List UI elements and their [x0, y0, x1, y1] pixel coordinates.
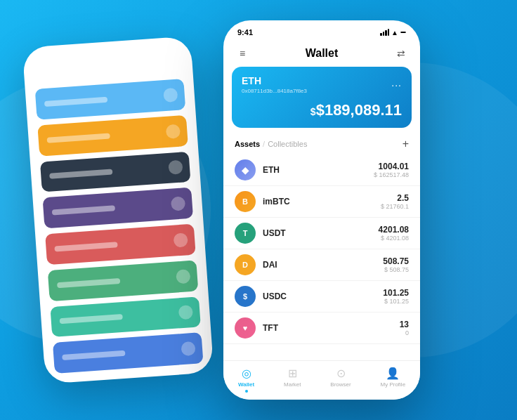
assets-separator: / — [263, 140, 265, 148]
nav-profile[interactable]: 👤 My Profile — [381, 367, 406, 388]
card-label — [62, 350, 125, 360]
asset-amounts: 508.75 $ 508.75 — [383, 256, 409, 273]
usdc-icon: $ — [235, 286, 256, 307]
asset-primary-amount: 4201.08 — [379, 225, 409, 235]
eth-card-header: ETH 0x08711d3b...8418a7f8e3 ··· — [242, 75, 402, 94]
bottom-nav: ◎ Wallet ⊞ Market ⊙ Browser 👤 My Profile — [223, 360, 420, 400]
asset-primary-amount: 508.75 — [383, 256, 409, 266]
wallet-nav-icon: ◎ — [242, 367, 251, 380]
market-nav-icon: ⊞ — [288, 367, 297, 380]
asset-secondary-amount: $ 4201.08 — [379, 235, 409, 242]
asset-item-imbtc[interactable]: B imBTC 2.5 $ 21760.1 — [223, 186, 420, 218]
nav-market[interactable]: ⊞ Market — [284, 367, 301, 388]
asset-amounts: 4201.08 $ 4201.08 — [379, 225, 409, 242]
signal-icon — [380, 29, 389, 36]
asset-item-dai[interactable]: D DAI 508.75 $ 508.75 — [223, 249, 420, 281]
asset-item-usdt[interactable]: T USDT 4201.08 $ 4201.08 — [223, 218, 420, 249]
asset-name: TFT — [263, 323, 400, 333]
asset-primary-amount: 101.25 — [383, 288, 409, 298]
asset-secondary-amount: 0 — [400, 329, 409, 336]
nav-profile-label: My Profile — [381, 381, 406, 388]
assets-header: Assets / Collectibles + — [223, 135, 420, 155]
asset-item-usdc[interactable]: $ USDC 101.25 $ 101.25 — [223, 281, 420, 313]
phone-back — [22, 36, 214, 384]
list-item[interactable] — [50, 296, 201, 337]
card-label — [49, 169, 112, 179]
menu-icon[interactable]: ≡ — [235, 46, 250, 61]
card-icon — [181, 341, 195, 356]
list-item[interactable] — [53, 332, 204, 373]
asset-primary-amount: 1004.01 — [374, 162, 409, 171]
list-item[interactable] — [48, 260, 199, 301]
card-label — [57, 278, 120, 288]
nav-browser-label: Browser — [330, 381, 351, 388]
asset-item-eth[interactable]: ◆ ETH 1004.01 $ 162517.48 — [223, 155, 420, 186]
eth-address: 0x08711d3b...8418a7f8e3 — [242, 88, 307, 94]
status-time: 9:41 — [237, 28, 253, 37]
card-label — [44, 97, 107, 107]
nav-active-dot — [245, 390, 248, 393]
card-icon — [163, 88, 178, 103]
card-label — [60, 314, 123, 324]
asset-secondary-amount: $ 162517.48 — [374, 171, 409, 178]
nav-market-label: Market — [284, 381, 301, 388]
asset-item-tft[interactable]: ♥ TFT 13 0 — [223, 313, 420, 344]
card-icon — [168, 160, 183, 175]
app-header: ≡ Wallet ⇄ — [223, 40, 420, 67]
eth-card: ETH 0x08711d3b...8418a7f8e3 ··· $$189,08… — [232, 67, 412, 128]
asset-name: imBTC — [263, 197, 381, 206]
list-item[interactable] — [35, 79, 186, 119]
asset-primary-amount: 13 — [400, 320, 409, 329]
card-icon — [178, 305, 193, 320]
tab-collectibles[interactable]: Collectibles — [268, 140, 307, 148]
card-label — [54, 242, 117, 251]
asset-name: USDT — [263, 228, 379, 238]
list-item[interactable] — [40, 151, 191, 192]
asset-amounts: 1004.01 $ 162517.48 — [374, 162, 409, 178]
card-icon — [176, 269, 190, 284]
asset-secondary-amount: $ 21760.1 — [381, 203, 409, 210]
page-title: Wallet — [306, 47, 339, 60]
asset-amounts: 101.25 $ 101.25 — [383, 288, 409, 305]
eth-more-icon[interactable]: ··· — [391, 79, 402, 91]
add-asset-button[interactable]: + — [403, 138, 409, 150]
card-label — [52, 205, 115, 215]
browser-nav-icon: ⊙ — [336, 367, 346, 380]
asset-secondary-amount: $ 101.25 — [383, 298, 409, 305]
asset-name: USDC — [263, 291, 383, 301]
card-icon — [166, 124, 181, 138]
imbtc-icon: B — [235, 191, 256, 212]
eth-icon: ◆ — [235, 159, 256, 181]
tft-icon: ♥ — [235, 317, 256, 339]
asset-name: DAI — [263, 260, 383, 270]
asset-secondary-amount: $ 508.75 — [383, 266, 409, 273]
card-label — [47, 133, 110, 143]
eth-ticker: ETH — [242, 75, 307, 86]
asset-primary-amount: 2.5 — [381, 193, 409, 203]
list-item[interactable] — [37, 115, 188, 156]
asset-amounts: 2.5 $ 21760.1 — [381, 193, 409, 210]
nav-wallet-label: Wallet — [238, 381, 254, 388]
profile-nav-icon: 👤 — [386, 367, 400, 380]
battery-icon — [400, 32, 406, 33]
phone-front: 9:41 ▲ ≡ Wallet ⇄ ETH 0x08711d3b...8418a… — [223, 20, 420, 400]
card-icon — [171, 196, 185, 211]
eth-balance: $$189,089.11 — [242, 101, 402, 119]
assets-tabs: Assets / Collectibles — [235, 140, 307, 148]
list-item[interactable] — [45, 224, 196, 265]
status-icons: ▲ — [380, 29, 406, 37]
asset-name: ETH — [263, 165, 374, 175]
dai-icon: D — [235, 254, 256, 275]
status-bar: 9:41 ▲ — [223, 20, 420, 40]
nav-browser[interactable]: ⊙ Browser — [330, 367, 351, 388]
transfer-icon[interactable]: ⇄ — [393, 46, 409, 61]
card-icon — [174, 232, 188, 247]
asset-amounts: 13 0 — [400, 320, 409, 336]
tab-assets[interactable]: Assets — [235, 140, 260, 148]
nav-wallet[interactable]: ◎ Wallet — [238, 367, 254, 393]
asset-list: ◆ ETH 1004.01 $ 162517.48 B imBTC 2.5 $ … — [223, 155, 420, 344]
list-item[interactable] — [43, 188, 194, 228]
usdt-icon: T — [235, 223, 256, 244]
wifi-icon: ▲ — [391, 29, 398, 37]
